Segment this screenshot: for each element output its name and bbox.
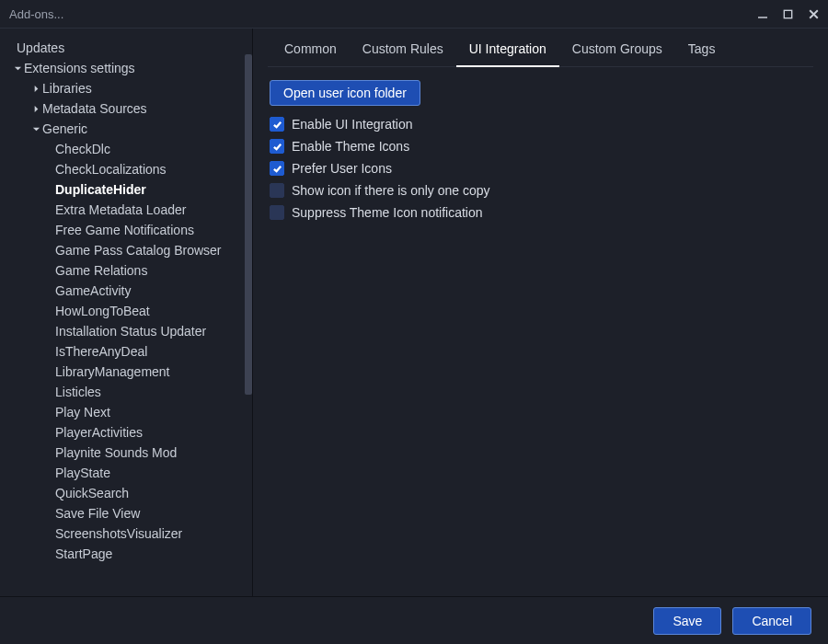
tree-label: PlayState (55, 466, 110, 480)
close-icon[interactable] (807, 7, 821, 21)
tree-label: GameActivity (55, 283, 131, 298)
sidebar-item-extra-metadata-loader[interactable]: Extra Metadata Loader (4, 200, 245, 220)
checkbox-group: Enable UI IntegrationEnable Theme IconsP… (270, 117, 490, 220)
generic-children: CheckDlcCheckLocalizationsDuplicateHider… (4, 139, 245, 564)
sidebar-item-playstate[interactable]: PlayState (4, 463, 245, 483)
main-panel: CommonCustom RulesUI IntegrationCustom G… (253, 29, 828, 596)
caret-down-icon (11, 64, 24, 73)
tree-label: Updates (17, 40, 64, 55)
tree-label: CheckLocalizations (55, 162, 167, 177)
sidebar-item-checkdlc[interactable]: CheckDlc (4, 139, 245, 159)
sidebar-item-free-game-notifications[interactable]: Free Game Notifications (4, 220, 245, 240)
sidebar-item-listicles[interactable]: Listicles (4, 382, 245, 402)
sidebar-item-checklocalizations[interactable]: CheckLocalizations (4, 159, 245, 179)
tree-label: Extra Metadata Loader (55, 202, 186, 217)
checkbox-label: Enable UI Integration (292, 117, 413, 132)
sidebar-item-installation-status-updater[interactable]: Installation Status Updater (4, 321, 245, 341)
checkbox-label: Show icon if there is only one copy (292, 183, 490, 198)
tree-label: QuickSearch (55, 486, 129, 500)
addons-window: Add-ons... Updates (0, 0, 828, 644)
checkbox-label: Enable Theme Icons (292, 139, 409, 154)
tab-custom-rules[interactable]: Custom Rules (350, 36, 456, 67)
tree-label: IsThereAnyDeal (55, 344, 147, 359)
caret-down-icon (29, 125, 42, 133)
svg-rect-1 (784, 10, 791, 17)
scrollbar-thumb[interactable] (245, 54, 252, 395)
tree-label: StartPage (55, 546, 112, 561)
tree-label: Generic (42, 121, 87, 136)
tree-label: Extensions settings (24, 61, 135, 75)
tree-label: HowLongToBeat (55, 304, 150, 318)
tab-tags[interactable]: Tags (675, 36, 729, 67)
tree-label: Save File View (55, 506, 140, 521)
check-row-enable-ui-integration: Enable UI Integration (270, 117, 490, 132)
sidebar-item-duplicatehider[interactable]: DuplicateHider (4, 179, 245, 200)
sidebar-item-game-pass-catalog-browser[interactable]: Game Pass Catalog Browser (4, 240, 245, 260)
save-button[interactable]: Save (653, 607, 721, 635)
tab-ui-integration[interactable]: UI Integration (456, 36, 559, 67)
sidebar-item-isthereanydeal[interactable]: IsThereAnyDeal (4, 341, 245, 362)
sidebar-item-gameactivity[interactable]: GameActivity (4, 281, 245, 301)
sidebar-item-startpage[interactable]: StartPage (4, 544, 245, 564)
tab-custom-groups[interactable]: Custom Groups (559, 36, 675, 67)
tree-label: Free Game Notifications (55, 223, 194, 237)
check-row-show-icon-if-there-is-only-one-copy: Show icon if there is only one copy (270, 183, 490, 198)
tab-common[interactable]: Common (271, 36, 350, 67)
sidebar-item-metadata-sources[interactable]: Metadata Sources (4, 98, 245, 119)
sidebar-item-generic[interactable]: Generic (4, 119, 245, 139)
maximize-icon[interactable] (782, 8, 794, 20)
check-row-enable-theme-icons: Enable Theme Icons (270, 139, 490, 154)
sidebar-item-play-next[interactable]: Play Next (4, 402, 245, 422)
tree-label: CheckDlc (55, 142, 110, 156)
tree-label: Game Pass Catalog Browser (55, 243, 222, 258)
sidebar-item-libraries[interactable]: Libraries (4, 78, 245, 98)
checkbox[interactable] (270, 117, 284, 132)
sidebar-tree: Updates Extensions settings Libraries (0, 29, 245, 596)
check-row-prefer-user-icons: Prefer User Icons (270, 161, 490, 176)
checkbox[interactable] (270, 205, 284, 220)
sidebar-scrollbar[interactable] (245, 29, 252, 596)
open-user-icon-folder-button[interactable]: Open user icon folder (270, 80, 420, 106)
sidebar-item-quicksearch[interactable]: QuickSearch (4, 483, 245, 503)
sidebar-item-playnite-sounds-mod[interactable]: Playnite Sounds Mod (4, 443, 245, 463)
caret-right-icon (29, 105, 42, 113)
checkbox[interactable] (270, 139, 284, 154)
cancel-button[interactable]: Cancel (732, 607, 811, 635)
titlebar: Add-ons... (0, 0, 828, 28)
tree-label: Libraries (42, 81, 92, 96)
sidebar-item-updates[interactable]: Updates (4, 38, 245, 58)
sidebar-item-game-relations[interactable]: Game Relations (4, 260, 245, 281)
tree-label: LibraryManagement (55, 364, 170, 379)
tree-label: Listicles (55, 385, 101, 399)
caret-right-icon (29, 85, 42, 93)
tree-label: DuplicateHider (55, 182, 146, 197)
sidebar-item-extensions-settings[interactable]: Extensions settings (4, 58, 245, 78)
sidebar-item-screenshotsvisualizer[interactable]: ScreenshotsVisualizer (4, 523, 245, 544)
sidebar: Updates Extensions settings Libraries (0, 29, 253, 596)
tree-label: PlayerActivities (55, 425, 143, 440)
checkbox-label: Suppress Theme Icon notification (292, 205, 483, 220)
sidebar-item-librarymanagement[interactable]: LibraryManagement (4, 362, 245, 382)
sidebar-item-save-file-view[interactable]: Save File View (4, 503, 245, 523)
tree-label: Installation Status Updater (55, 324, 206, 339)
tree-label: Playnite Sounds Mod (55, 445, 177, 460)
minimize-icon[interactable] (756, 7, 769, 20)
checkbox[interactable] (270, 183, 284, 198)
tree-label: ScreenshotsVisualizer (55, 526, 182, 541)
checkbox-label: Prefer User Icons (292, 161, 392, 176)
window-controls (756, 7, 821, 21)
sidebar-item-howlongtobeat[interactable]: HowLongToBeat (4, 301, 245, 321)
tabs: CommonCustom RulesUI IntegrationCustom G… (268, 36, 813, 67)
sidebar-item-playeractivities[interactable]: PlayerActivities (4, 422, 245, 443)
checkbox[interactable] (270, 161, 284, 176)
window-title: Add-ons... (9, 7, 756, 21)
footer: Save Cancel (0, 596, 828, 644)
tree-label: Metadata Sources (42, 101, 147, 116)
ui-integration-panel: Open user icon folder Enable UI Integrat… (257, 67, 813, 220)
check-row-suppress-theme-icon-notification: Suppress Theme Icon notification (270, 205, 490, 220)
tree-label: Play Next (55, 405, 110, 420)
tree-label: Game Relations (55, 263, 147, 278)
body: Updates Extensions settings Libraries (0, 28, 828, 596)
